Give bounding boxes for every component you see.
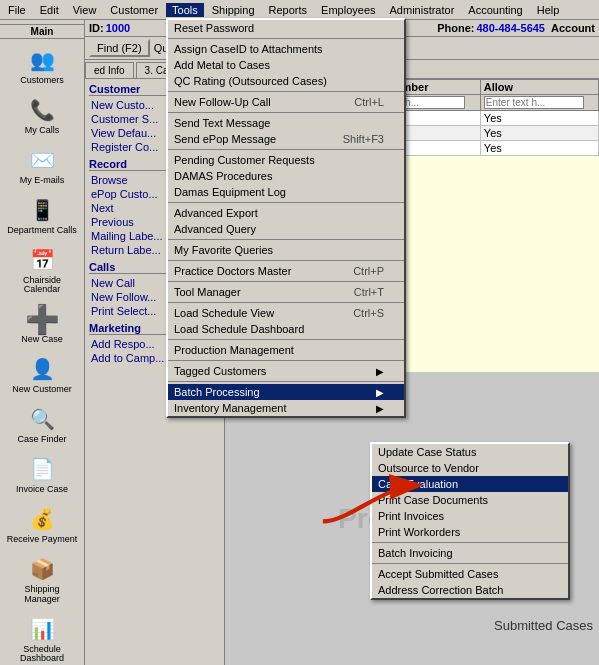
cell-allow: Yes — [480, 141, 598, 156]
menu-advanced-query[interactable]: Advanced Query — [168, 221, 404, 237]
menu-favorite-queries[interactable]: My Favorite Queries — [168, 242, 404, 258]
shipping-icon: 📦 — [26, 553, 58, 585]
menu-batch-processing[interactable]: Batch Processing ▶ — [168, 384, 404, 400]
dept-calls-icon: 📱 — [26, 194, 58, 226]
menu-inventory-management[interactable]: Inventory Management ▶ — [168, 400, 404, 416]
new-customer-icon: 👤 — [26, 353, 58, 385]
invoice-case-icon: 📄 — [26, 453, 58, 485]
sidebar-label-calendar: Chairside Calendar — [6, 276, 78, 296]
batch-submenu: Update Case Status Outsource to Vendor C… — [370, 442, 570, 600]
sidebar-item-schedule[interactable]: 📊 Schedule Dashboard — [3, 610, 81, 665]
my-calls-icon: 📞 — [26, 94, 58, 126]
menu-add-metal[interactable]: Add Metal to Cases — [168, 57, 404, 73]
find-button[interactable]: Find (F2) — [89, 39, 150, 57]
sidebar-item-case-finder[interactable]: 🔍 Case Finder — [3, 400, 81, 448]
menu-new-followup[interactable]: New Follow-Up Call Ctrl+L — [168, 94, 404, 110]
menu-production-management[interactable]: Production Management — [168, 342, 404, 358]
sidebar-item-shipping[interactable]: 📦 Shipping Manager — [3, 550, 81, 608]
menu-load-schedule-dashboard[interactable]: Load Schedule Dashboard — [168, 321, 404, 337]
customers-icon: 👥 — [26, 44, 58, 76]
sidebar: Main 👥 Customers 📞 My Calls ✉️ My E-mail… — [0, 20, 85, 665]
menu-pending-requests[interactable]: Pending Customer Requests — [168, 152, 404, 168]
inventory-arrow: ▶ — [376, 403, 384, 414]
sidebar-item-customers[interactable]: 👥 Customers — [3, 41, 81, 89]
id-label: ID: — [89, 22, 104, 34]
filter-allow-input[interactable] — [484, 96, 584, 109]
menu-send-text[interactable]: Send Text Message — [168, 115, 404, 131]
calendar-icon: 📅 — [26, 244, 58, 276]
menu-case-evaluation[interactable]: Case Evaluation — [372, 476, 568, 492]
sidebar-item-invoice-case[interactable]: 📄 Invoice Case — [3, 450, 81, 498]
sep-batch2 — [372, 563, 568, 564]
menu-address-correction[interactable]: Address Correction Batch — [372, 582, 568, 598]
new-case-icon: ➕ — [26, 303, 58, 335]
menu-print-workorders[interactable]: Print Workorders — [372, 524, 568, 540]
sep12 — [168, 381, 404, 382]
cell-allow: Yes — [480, 111, 598, 126]
menu-qc-rating[interactable]: QC Rating (Outsourced Cases) — [168, 73, 404, 89]
sidebar-label-new-case: New Case — [21, 335, 63, 345]
shortcut-schedule-view: Ctrl+S — [353, 307, 384, 319]
shortcut-new-followup: Ctrl+L — [354, 96, 384, 108]
sidebar-item-calendar[interactable]: 📅 Chairside Calendar — [3, 241, 81, 299]
batch-arrow: ▶ — [376, 387, 384, 398]
filter-allow[interactable] — [480, 95, 598, 111]
menu-help[interactable]: Help — [531, 3, 566, 17]
sep4 — [168, 149, 404, 150]
menu-view[interactable]: View — [67, 3, 103, 17]
menu-reports[interactable]: Reports — [263, 3, 314, 17]
shortcut-epop: Shift+F3 — [343, 133, 384, 145]
menu-accounting[interactable]: Accounting — [462, 3, 528, 17]
menu-reset-password[interactable]: Reset Password — [168, 20, 404, 36]
sep6 — [168, 239, 404, 240]
menu-damas-procedures[interactable]: DAMAS Procedures — [168, 168, 404, 184]
menu-shipping[interactable]: Shipping — [206, 3, 261, 17]
menu-advanced-export[interactable]: Advanced Export — [168, 205, 404, 221]
sidebar-item-new-case[interactable]: ➕ New Case — [3, 300, 81, 348]
menu-accept-submitted-cases[interactable]: Accept Submitted Cases — [372, 566, 568, 582]
tagged-customers-arrow: ▶ — [376, 366, 384, 377]
sidebar-label-invoice-case: Invoice Case — [16, 485, 68, 495]
tab-ed-info[interactable]: ed Info — [85, 62, 134, 78]
menu-tools[interactable]: Tools — [166, 3, 204, 17]
my-emails-icon: ✉️ — [26, 144, 58, 176]
sidebar-item-new-customer[interactable]: 👤 New Customer — [3, 350, 81, 398]
sidebar-label-shipping: Shipping Manager — [6, 585, 78, 605]
menu-edit[interactable]: Edit — [34, 3, 65, 17]
menu-assign-caseid[interactable]: Assign CaseID to Attachments — [168, 41, 404, 57]
menu-tagged-customers[interactable]: Tagged Customers ▶ — [168, 363, 404, 379]
tools-menu: Reset Password Assign CaseID to Attachme… — [166, 18, 406, 418]
menu-file[interactable]: File — [2, 3, 32, 17]
menu-print-case-docs[interactable]: Print Case Documents — [372, 492, 568, 508]
account-field: Account — [551, 22, 595, 34]
menu-practice-doctors[interactable]: Practice Doctors Master Ctrl+P — [168, 263, 404, 279]
col-allow: Allow — [480, 80, 598, 95]
menu-outsource-vendor[interactable]: Outsource to Vendor — [372, 460, 568, 476]
sep-batch1 — [372, 542, 568, 543]
sidebar-item-my-calls[interactable]: 📞 My Calls — [3, 91, 81, 139]
sep9 — [168, 302, 404, 303]
receive-payment-icon: 💰 — [26, 503, 58, 535]
id-value[interactable]: 1000 — [106, 22, 130, 34]
menu-employees[interactable]: Employees — [315, 3, 381, 17]
sidebar-title: Main — [0, 24, 84, 39]
sidebar-label-my-emails: My E-mails — [20, 176, 65, 186]
menu-damas-equipment[interactable]: Damas Equipment Log — [168, 184, 404, 200]
sidebar-item-receive-payment[interactable]: 💰 Receive Payment — [3, 500, 81, 548]
sep2 — [168, 91, 404, 92]
sep5 — [168, 202, 404, 203]
menu-load-schedule-view[interactable]: Load Schedule View Ctrl+S — [168, 305, 404, 321]
sidebar-label-dept-calls: Department Calls — [7, 226, 77, 236]
menu-administrator[interactable]: Administrator — [384, 3, 461, 17]
menu-update-case-status[interactable]: Update Case Status — [372, 444, 568, 460]
sidebar-label-receive-payment: Receive Payment — [7, 535, 78, 545]
sidebar-label-new-customer: New Customer — [12, 385, 72, 395]
cell-allow: Yes — [480, 126, 598, 141]
sidebar-item-department-calls[interactable]: 📱 Department Calls — [3, 191, 81, 239]
sidebar-item-my-emails[interactable]: ✉️ My E-mails — [3, 141, 81, 189]
menu-print-invoices[interactable]: Print Invoices — [372, 508, 568, 524]
menu-customer[interactable]: Customer — [104, 3, 164, 17]
menu-batch-invoicing[interactable]: Batch Invoicing — [372, 545, 568, 561]
menu-tool-manager[interactable]: Tool Manager Ctrl+T — [168, 284, 404, 300]
menu-send-epop[interactable]: Send ePop Message Shift+F3 — [168, 131, 404, 147]
